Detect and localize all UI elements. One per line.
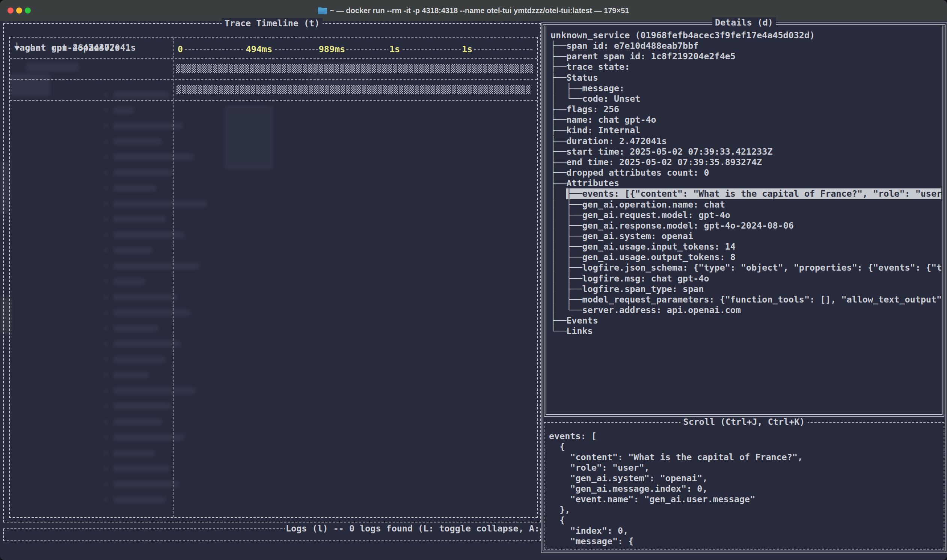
folder-icon	[318, 7, 327, 14]
span-row[interactable]: └ chat gpt-4o 2.472041s	[10, 37, 172, 58]
scroll-panel-title: Scroll (Ctrl+J, Ctrl+K)	[681, 417, 808, 427]
window-title-wrap: ~ — docker run --rm -it -p 4318:4318 --n…	[318, 6, 629, 15]
details-panel[interactable]: Details (d) unknown_service (01968fefb4a…	[541, 23, 947, 553]
tree-line[interactable]: ├──kind: Internal	[550, 125, 941, 135]
tree-line[interactable]: │ ├──gen_ai.request.model: gpt-4o	[550, 210, 941, 220]
tree-line[interactable]: │ ├──logfire.span_type: span	[550, 284, 941, 294]
tree-line[interactable]: ├──start time: 2025-05-02 07:39:33.42123…	[550, 146, 941, 157]
trace-timeline-title: Trace Timeline (t)	[222, 18, 323, 29]
tree-line[interactable]: │ ├──logfire.json_schema: {"type": "obje…	[550, 262, 941, 273]
tree-line[interactable]: ├──duration: 2.472041s	[550, 136, 941, 146]
json-line: {	[549, 442, 941, 452]
zoom-button[interactable]	[25, 8, 31, 14]
tree-line[interactable]: ├──dropped attributes count: 0	[550, 168, 941, 178]
tree-line[interactable]: │ ├──logfire.msg: chat gpt-4o	[550, 273, 941, 284]
tree-line[interactable]: └──Links	[550, 326, 941, 336]
close-button[interactable]	[8, 8, 14, 14]
scroll-panel[interactable]: Scroll (Ctrl+J, Ctrl+K) events: [ { "con…	[544, 422, 944, 549]
scroll-json-content: events: [ { "content": "What is the capi…	[549, 431, 941, 547]
axis-tick-label: 1s	[461, 44, 473, 54]
tree-line[interactable]: │ ├──message:	[550, 83, 941, 94]
json-line: "gen_ai.system": "openai",	[549, 473, 941, 483]
tree-line[interactable]: ├──parent span id: 1c8f219204e2f4e5	[550, 51, 941, 62]
row-separator	[10, 100, 537, 101]
tree-line[interactable]: ├──Attributes	[550, 178, 941, 188]
logs-panel[interactable]: Logs (l) -- 0 logs found (L: toggle coll…	[3, 528, 541, 541]
json-line: "role": "user",	[549, 462, 941, 473]
tree-line[interactable]: │ ├──gen_ai.usage.output_tokens: 8	[550, 252, 941, 262]
row-separator	[10, 58, 537, 58]
json-line: "event.name": "gen_ai.user.message"	[549, 494, 941, 505]
json-line: "content": "What is the capital of Franc…	[549, 452, 941, 462]
json-line: {	[549, 515, 941, 525]
tree-line[interactable]: │ ├──gen_ai.system: openai	[550, 231, 941, 242]
titlebar[interactable]: ~ — docker run --rm -it -p 4318:4318 --n…	[0, 0, 947, 22]
span-details-tree: unknown_service (01968fefb4acec3f9fef17e…	[550, 30, 941, 413]
terminal-content: Trace Timeline (t) Spans 0494ms989ms1s1s…	[0, 21, 947, 560]
column-separator	[173, 37, 174, 517]
tree-line[interactable]: ├──Status	[550, 72, 941, 83]
json-line: events: [	[549, 431, 941, 442]
span-duration-bar	[177, 85, 531, 94]
span-details-tree-panel: unknown_service (01968fefb4acec3f9fef17e…	[544, 26, 944, 417]
minimize-button[interactable]	[16, 8, 22, 14]
trace-timeline-panel[interactable]: Trace Timeline (t) Spans 0494ms989ms1s1s…	[3, 23, 541, 523]
tree-line[interactable]: │ └──server.address: api.openai.com	[550, 305, 941, 315]
spans-table: Spans 0494ms989ms1s1s ▼agent run 2.47430…	[9, 37, 538, 518]
details-panel-title: Details (d)	[712, 17, 776, 28]
row-separator	[10, 79, 537, 80]
terminal-window: ~ — docker run --rm -it -p 4318:4318 --n…	[0, 0, 947, 560]
traffic-lights	[8, 0, 31, 21]
tree-line[interactable]: │ └──code: Unset	[550, 94, 941, 104]
json-line: "message": {	[549, 536, 941, 546]
tree-line[interactable]: │ ├──gen_ai.operation.name: chat	[550, 199, 941, 210]
tree-line[interactable]: ├──span id: e7e10d488eab7bbf	[550, 40, 941, 51]
tree-line[interactable]: unknown_service (01968fefb4acec3f9fef17e…	[550, 30, 941, 40]
json-line: },	[549, 505, 941, 515]
tree-line[interactable]: ├──trace state:	[550, 62, 941, 72]
tree-line[interactable]: │ ├──events: [{"content": "What is the c…	[550, 188, 941, 199]
tree-line[interactable]: ├──end time: 2025-05-02 07:39:35.893274Z	[550, 157, 941, 168]
tree-line[interactable]: │ ├──model_request_parameters: {"functio…	[550, 294, 941, 305]
json-line: "gen_ai.message.index": 0,	[549, 483, 941, 494]
axis-tick-label: 494ms	[245, 44, 273, 54]
tree-line[interactable]: │ ├──gen_ai.usage.input_tokens: 14	[550, 242, 941, 252]
tree-line[interactable]: ├──Events	[550, 315, 941, 326]
timeline-axis: 0494ms989ms1s1s	[173, 37, 537, 58]
axis-tick-label: 1s	[388, 44, 401, 54]
window-title: ~ — docker run --rm -it -p 4318:4318 --n…	[330, 6, 629, 15]
axis-tick-label: 989ms	[318, 44, 346, 54]
tree-line[interactable]: ├──name: chat gpt-4o	[550, 114, 941, 125]
tree-line[interactable]: │ ├──gen_ai.response.model: gpt-4o-2024-…	[550, 220, 941, 231]
axis-tick-label: 0	[177, 44, 184, 54]
json-line: "index": 0,	[549, 525, 941, 536]
span-duration-bar	[176, 64, 533, 73]
logs-panel-title: Logs (l) -- 0 logs found (L: toggle coll…	[285, 523, 540, 534]
tree-line[interactable]: ├──flags: 256	[550, 104, 941, 114]
statusbar: Ctrl+L: Reduce the width | Ctrl+H: Expan…	[5, 546, 539, 558]
